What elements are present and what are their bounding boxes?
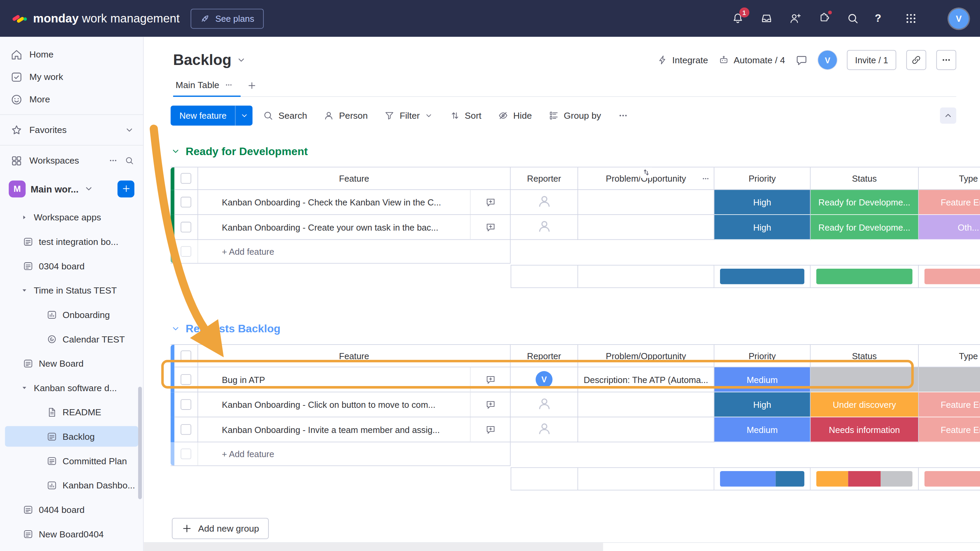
sidebar-item-board[interactable]: Committed Plan [5, 450, 138, 471]
table-row[interactable]: Kanban Onboarding - Click on button to m… [170, 392, 980, 417]
global-search-button[interactable] [846, 12, 859, 25]
feature-cell[interactable]: Kanban Onboarding - Invite a team member… [198, 417, 511, 442]
select-all-checkbox[interactable] [181, 173, 191, 184]
sidebar-item-my-work[interactable]: My work [0, 66, 143, 88]
row-checkbox-cell[interactable] [174, 417, 198, 442]
add-feature-button[interactable]: + Add feature [198, 442, 511, 465]
new-feature-dropdown[interactable] [235, 105, 253, 125]
table-row[interactable]: Kanban Onboarding - Create your own task… [170, 215, 980, 240]
chevron-down-icon[interactable] [424, 111, 433, 120]
sidebar-item-board[interactable]: test integration bo... [5, 231, 138, 252]
column-header-type[interactable]: Type [919, 345, 980, 367]
collapse-header-button[interactable] [940, 108, 956, 124]
feature-cell[interactable]: Kanban Onboarding - Create your own task… [198, 215, 511, 240]
workspaces-menu-icon[interactable] [108, 156, 118, 165]
board-options-button[interactable] [936, 50, 956, 70]
feature-name[interactable]: Kanban Onboarding - Invite a team member… [222, 424, 470, 434]
add-conversation-icon[interactable] [470, 367, 510, 392]
feature-cell[interactable]: Bug in ATP [198, 367, 511, 392]
priority-cell[interactable]: Medium [714, 367, 811, 392]
feature-cell[interactable]: Kanban Onboarding - Check the Kanban Vie… [198, 190, 511, 214]
integrate-button[interactable]: Integrate [657, 54, 708, 66]
problem-cell[interactable] [578, 215, 714, 240]
group-collapse-chevron[interactable] [170, 324, 180, 333]
column-header-feature[interactable]: Feature [198, 345, 511, 367]
status-cell[interactable]: Under discovery [811, 392, 919, 417]
new-feature-split-button[interactable]: New feature [170, 105, 253, 125]
invite-members-button[interactable] [788, 12, 802, 25]
status-cell[interactable]: Needs information [811, 417, 919, 442]
reporter-cell[interactable]: V [511, 367, 578, 392]
column-header-problem[interactable]: Problem/Opportunity [578, 345, 714, 367]
inbox-button[interactable] [760, 12, 773, 25]
select-all-cell[interactable] [174, 345, 198, 367]
row-checkbox-cell[interactable] [174, 190, 198, 214]
add-conversation-icon[interactable] [470, 392, 510, 417]
type-cell[interactable] [919, 367, 980, 392]
table-row[interactable]: Kanban Onboarding - Invite a team member… [170, 417, 980, 442]
sidebar-item-board[interactable]: 0404 board [5, 499, 138, 520]
priority-cell[interactable]: High [714, 392, 811, 417]
board-member-avatar[interactable]: V [818, 51, 837, 69]
row-checkbox[interactable] [181, 424, 191, 435]
row-checkbox[interactable] [181, 222, 191, 232]
row-checkbox[interactable] [181, 197, 191, 208]
see-plans-button[interactable]: See plans [191, 8, 264, 29]
sidebar-item-dashboard[interactable]: Onboarding [5, 304, 138, 325]
feature-name[interactable]: Kanban Onboarding - Check the Kanban Vie… [222, 197, 470, 207]
tab-menu-icon[interactable] [224, 81, 233, 89]
column-header-problem[interactable]: Problem/Opportunity [578, 167, 714, 190]
add-new-group-button[interactable]: Add new group [172, 518, 269, 539]
group-title[interactable]: Ready for Development [186, 144, 308, 158]
feature-name[interactable]: Kanban Onboarding - Create your own task… [222, 222, 470, 232]
status-cell[interactable]: Ready for Developme... [811, 190, 919, 214]
sidebar-item-calendar[interactable]: Calendar TEST [5, 329, 138, 349]
copy-link-button[interactable] [906, 50, 926, 70]
priority-cell[interactable]: High [714, 215, 811, 240]
user-avatar[interactable]: V [949, 8, 969, 29]
row-checkbox-cell[interactable] [174, 215, 198, 240]
sidebar-item-home[interactable]: Home [0, 43, 143, 66]
sidebar-item-more[interactable]: More [0, 88, 143, 111]
problem-cell[interactable] [578, 417, 714, 442]
add-feature-row[interactable]: + Add feature [170, 442, 511, 466]
horizontal-scrollbar[interactable] [143, 542, 980, 551]
workspaces-search-icon[interactable] [124, 156, 134, 165]
sidebar-item-folder[interactable]: Kanban software d... [5, 377, 138, 398]
status-cell[interactable] [811, 367, 919, 392]
sidebar-item-favorites[interactable]: Favorites [0, 119, 143, 141]
row-checkbox[interactable] [181, 374, 191, 385]
group-title-row[interactable]: Requests Backlog [170, 319, 980, 338]
column-header-status[interactable]: Status [811, 167, 919, 190]
brand[interactable]: monday work management [11, 10, 180, 27]
table-row[interactable]: Kanban Onboarding - Check the Kanban Vie… [170, 190, 980, 214]
feature-name[interactable]: Bug in ATP [222, 375, 470, 384]
sidebar-item-doc[interactable]: README [5, 402, 138, 422]
feature-name[interactable]: Kanban Onboarding - Click on button to m… [222, 400, 470, 410]
group-title[interactable]: Requests Backlog [186, 322, 281, 335]
search-button[interactable]: Search [256, 106, 313, 125]
column-sort-indicator[interactable] [640, 167, 652, 178]
problem-cell[interactable]: Description: The ATP (Automa... [578, 367, 714, 392]
automate-button[interactable]: Automate / 4 [718, 54, 785, 66]
select-all-checkbox[interactable] [181, 350, 191, 361]
type-cell[interactable]: Feature Enh... [919, 392, 980, 417]
reporter-cell[interactable] [511, 417, 578, 442]
priority-cell[interactable]: Medium [714, 417, 811, 442]
new-feature-button[interactable]: New feature [170, 105, 235, 125]
sidebar-item-backlog[interactable]: Backlog [5, 426, 138, 447]
problem-cell[interactable] [578, 190, 714, 214]
select-all-cell[interactable] [174, 167, 198, 190]
sidebar-item-workspace-apps[interactable]: Workspace apps [5, 207, 138, 227]
column-header-type[interactable]: Type [919, 167, 980, 190]
row-checkbox[interactable] [181, 399, 191, 410]
add-feature-button[interactable]: + Add feature [198, 240, 511, 263]
status-cell[interactable]: Ready for Developme... [811, 215, 919, 240]
column-header-status[interactable]: Status [811, 345, 919, 367]
toolbar-more-button[interactable] [611, 106, 635, 125]
reporter-avatar[interactable]: V [536, 371, 553, 388]
hide-button[interactable]: Hide [492, 106, 538, 125]
column-header-priority[interactable]: Priority [714, 345, 811, 367]
column-header-reporter[interactable]: Reporter [511, 345, 578, 367]
scrollbar-thumb[interactable] [143, 543, 603, 551]
